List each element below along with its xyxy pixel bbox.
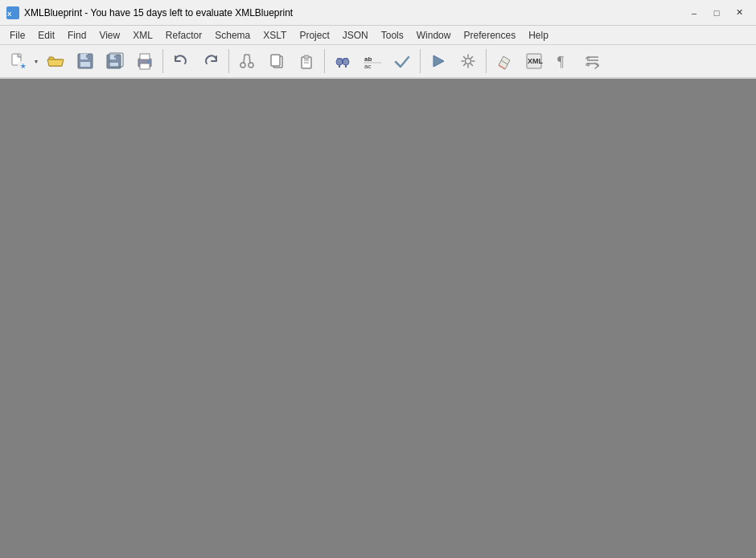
menu-item-menu-window[interactable]: Window bbox=[410, 27, 458, 44]
sep5 bbox=[486, 49, 487, 73]
title-text: XMLBlueprint - You have 15 days left to … bbox=[24, 7, 293, 18]
title-left: X XMLBlueprint - You have 15 days left t… bbox=[6, 6, 293, 19]
svg-line-20 bbox=[244, 55, 244, 64]
spell-check-button[interactable]: ab ac bbox=[358, 47, 387, 76]
menu-item-menu-help[interactable]: Help bbox=[522, 27, 555, 44]
new-file-button[interactable]: ★ bbox=[3, 47, 32, 76]
new-file-dropdown[interactable]: ▼ bbox=[32, 47, 40, 76]
print-button[interactable] bbox=[130, 47, 159, 76]
menu-item-menu-find[interactable]: Find bbox=[61, 27, 92, 44]
run-xslt-button[interactable] bbox=[424, 47, 453, 76]
clear-button[interactable] bbox=[490, 47, 519, 76]
settings-button[interactable] bbox=[454, 47, 483, 76]
sep1 bbox=[162, 49, 163, 73]
svg-text:XML: XML bbox=[528, 57, 543, 65]
menu-item-menu-project[interactable]: Project bbox=[293, 27, 335, 44]
svg-rect-31 bbox=[342, 61, 343, 63]
paste-button[interactable] bbox=[292, 47, 321, 76]
new-file-group: ★ ▼ bbox=[3, 47, 40, 76]
main-content bbox=[0, 79, 756, 558]
svg-text:ac: ac bbox=[364, 63, 371, 70]
menu-item-menu-file[interactable]: File bbox=[3, 27, 31, 44]
find-button[interactable] bbox=[328, 47, 357, 76]
svg-rect-15 bbox=[140, 54, 150, 59]
svg-text:ab: ab bbox=[364, 55, 372, 63]
svg-text:★: ★ bbox=[20, 63, 27, 70]
minimize-button[interactable]: – bbox=[684, 4, 705, 22]
svg-rect-11 bbox=[109, 63, 118, 67]
svg-rect-26 bbox=[304, 55, 309, 59]
svg-rect-24 bbox=[271, 55, 280, 66]
svg-text:X: X bbox=[7, 10, 12, 18]
svg-rect-8 bbox=[86, 55, 88, 58]
menu-item-menu-view[interactable]: View bbox=[92, 27, 126, 44]
menu-item-menu-refactor[interactable]: Refactor bbox=[159, 27, 208, 44]
cut-button[interactable] bbox=[232, 47, 261, 76]
svg-rect-34 bbox=[341, 59, 344, 60]
toolbar: ★ ▼ bbox=[0, 45, 756, 79]
save-button[interactable] bbox=[71, 47, 100, 76]
menu-item-menu-schema[interactable]: Schema bbox=[208, 27, 257, 44]
window-controls: – □ ✕ bbox=[684, 4, 750, 22]
menu-item-menu-xml[interactable]: XML bbox=[126, 27, 159, 44]
menu-bar: FileEditFindViewXMLRefactorSchemaXSLTPro… bbox=[0, 26, 756, 45]
copy-button[interactable] bbox=[262, 47, 291, 76]
svg-rect-12 bbox=[114, 55, 116, 58]
svg-text:¶: ¶ bbox=[557, 54, 564, 70]
svg-point-17 bbox=[148, 61, 150, 64]
redo-button[interactable] bbox=[196, 47, 225, 76]
xml-format-button[interactable]: XML bbox=[520, 47, 549, 76]
app-icon: X bbox=[6, 6, 19, 19]
undo-button[interactable] bbox=[166, 47, 195, 76]
title-bar: X XMLBlueprint - You have 15 days left t… bbox=[0, 0, 756, 26]
validate-button[interactable] bbox=[388, 47, 417, 76]
open-file-button[interactable] bbox=[41, 47, 70, 76]
sep2 bbox=[228, 49, 229, 73]
word-wrap-button[interactable]: wr ap bbox=[579, 47, 608, 76]
menu-item-menu-tools[interactable]: Tools bbox=[375, 27, 410, 44]
svg-point-41 bbox=[466, 59, 471, 64]
svg-text:ap: ap bbox=[585, 62, 590, 67]
maximize-button[interactable]: □ bbox=[706, 4, 727, 22]
save-all-button[interactable] bbox=[101, 47, 129, 76]
sep4 bbox=[420, 49, 421, 73]
close-button[interactable]: ✕ bbox=[729, 4, 750, 22]
sep3 bbox=[324, 49, 325, 73]
svg-text:wr: wr bbox=[585, 55, 590, 60]
svg-point-18 bbox=[240, 63, 245, 68]
svg-marker-40 bbox=[433, 55, 444, 67]
menu-item-menu-preferences[interactable]: Preferences bbox=[457, 27, 522, 44]
svg-line-21 bbox=[249, 55, 250, 64]
svg-rect-16 bbox=[140, 64, 150, 69]
menu-item-menu-xslt[interactable]: XSLT bbox=[257, 27, 293, 44]
paragraph-button[interactable]: ¶ bbox=[549, 47, 578, 76]
svg-rect-7 bbox=[80, 62, 90, 67]
svg-point-19 bbox=[249, 63, 253, 68]
menu-item-menu-edit[interactable]: Edit bbox=[31, 27, 61, 44]
menu-item-menu-json[interactable]: JSON bbox=[336, 27, 375, 44]
